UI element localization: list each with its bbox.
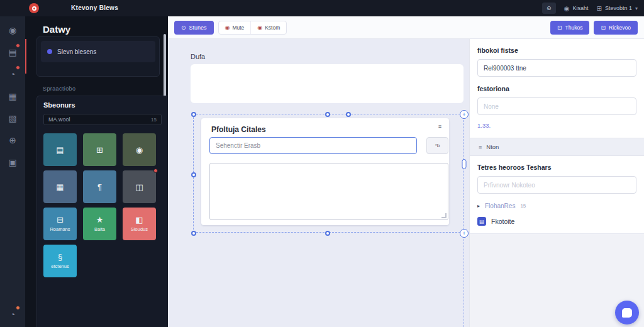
elements-panel-title: Sbeonurs — [43, 101, 162, 109]
button-label: Thukos — [565, 25, 583, 31]
choices-field[interactable] — [477, 176, 636, 194]
element-tile[interactable]: ⊟Roamans — [43, 208, 77, 240]
page-header-box[interactable] — [191, 64, 464, 103]
inspector-row-2[interactable]: ▤ Fkotoite — [477, 217, 636, 226]
tab-group: ◉ Mute ◉ Kstom — [218, 21, 287, 35]
resize-grip-icon[interactable] — [441, 213, 447, 218]
rail-item-2[interactable]: ◔ — [0, 67, 25, 82]
inspector-panel: fibokoi fistse festoriona 1.33. ≡ Nton T… — [469, 39, 644, 327]
rail-item-5[interactable]: ⊕ — [0, 133, 25, 148]
settings-icon: ▣ — [8, 157, 16, 167]
tab-label: Stunes — [189, 25, 207, 31]
question-menu-icon[interactable]: ≡ — [438, 123, 441, 130]
element-tile[interactable]: ◫ — [123, 170, 156, 203]
resize-handle-mid-left[interactable] — [191, 172, 196, 177]
sidebar-title: Datwy — [43, 24, 70, 35]
resize-handle-bottom-center[interactable] — [325, 231, 330, 236]
element-tile[interactable]: §etctenus — [43, 245, 77, 277]
publish-button[interactable]: ⊡ Rickevoo — [594, 21, 638, 35]
team-menu[interactable]: ⊞ Stevobtn 1 ▾ — [597, 5, 638, 12]
element-tile[interactable]: ▤ — [43, 133, 77, 166]
question-title: Pfoltuja Citales — [211, 125, 266, 134]
apps-grid-button[interactable]: ⊙ — [542, 3, 556, 14]
inspector-toggle-row[interactable]: ≡ Nton — [470, 138, 644, 156]
more-options-link[interactable]: 1.33. — [477, 122, 491, 129]
notification-dot — [16, 65, 20, 70]
activity-icon: ◔ — [10, 69, 15, 79]
sidebar-scrollbar[interactable] — [164, 34, 166, 104]
tile-icon: ▤ — [56, 146, 64, 154]
question-answer-area[interactable] — [209, 163, 448, 220]
tab-icon: ◉ — [257, 25, 262, 31]
rail-item-4[interactable]: ▧ — [0, 111, 25, 126]
element-tile-grid: ▤ ⊞ ◉ ▦ ¶ ◫ ⊟Roamans ★Baita ◧Sloudus §et… — [43, 133, 162, 277]
button-icon: ⊡ — [601, 25, 606, 31]
name-field[interactable] — [477, 59, 636, 77]
elements-panel: Sbeonurs 15 ▤ ⊞ ◉ ▦ ¶ ◫ ⊟Roamans ★Baita … — [36, 96, 168, 327]
toggle-label: Nton — [486, 143, 499, 150]
field-label: festoriona — [477, 85, 636, 92]
caret-icon: ▸ — [477, 203, 480, 209]
element-tile[interactable]: ▦ — [43, 170, 77, 203]
section-label: Tetres heoroos Teshars — [477, 164, 636, 171]
question-card[interactable]: Pfoltuja Citales ≡ *b — [201, 118, 449, 225]
tile-icon: ◫ — [135, 183, 143, 191]
page-list: Slevn blesens — [36, 36, 160, 77]
home-icon: ◉ — [9, 25, 16, 35]
tab-icon: ⊙ — [181, 25, 186, 31]
team-icon: ⊞ — [597, 5, 602, 12]
chat-icon — [622, 308, 632, 318]
left-sidebar: Datwy Slevn blesens Spraactiobo Sbeonurs… — [25, 16, 168, 327]
resize-handle-top-left[interactable] — [191, 112, 196, 117]
design-canvas[interactable]: Dufa + + Pfoltuja Citales ≡ *b — [168, 39, 469, 327]
element-tile[interactable]: ◉ — [123, 133, 156, 166]
tile-label: Roamans — [50, 226, 70, 232]
row-badge: 15 — [520, 203, 526, 209]
app-logo-icon[interactable] — [29, 3, 39, 13]
element-tile[interactable]: ¶ — [83, 170, 116, 203]
resize-handle-bottom-left[interactable] — [191, 231, 196, 236]
app-screen: Ktevony Blews ⊙ ◉ Kisaht ⊞ Stevobtn 1 ▾ … — [0, 0, 644, 327]
tab-options[interactable]: ◉ Kstom — [250, 21, 286, 34]
preview-button[interactable]: ⊡ Thukos — [550, 21, 589, 35]
tab-preview[interactable]: ◉ Mute — [219, 21, 251, 34]
element-tile[interactable]: ⊞ — [83, 133, 116, 166]
button-label: Rickevoo — [609, 25, 631, 31]
tile-icon: ▦ — [56, 183, 64, 191]
tab-designer[interactable]: ⊙ Stunes — [174, 21, 214, 35]
blue-square-icon: ▤ — [477, 217, 486, 226]
status-dot-icon — [47, 49, 52, 54]
icon-rail: ◉ ▤ ◔ ▦ ▧ ⊕ ▣ ◔ — [0, 16, 25, 327]
resize-handle-top-center[interactable] — [325, 112, 330, 117]
inspector-row-1[interactable]: ▸ FlohanRes 15 — [477, 202, 636, 209]
tile-icon: § — [58, 253, 62, 261]
resize-handle-top-center-2[interactable] — [346, 112, 351, 117]
element-tile[interactable]: ◧Sloudus — [123, 208, 156, 240]
alignment-guide — [464, 233, 464, 327]
move-handle-bottom-right[interactable]: + — [460, 229, 469, 238]
drag-handle-mid-right[interactable] — [462, 159, 467, 169]
elements-search[interactable]: 15 — [43, 114, 162, 125]
rail-item-3[interactable]: ▦ — [0, 89, 25, 104]
element-tile[interactable]: ★Baita — [83, 208, 116, 240]
rail-item-help[interactable]: ◔ — [0, 307, 25, 322]
destination-field[interactable] — [477, 97, 636, 115]
rail-item-6[interactable]: ▣ — [0, 155, 25, 170]
layers-icon: ▧ — [8, 113, 16, 123]
top-bar: Ktevony Blews ⊙ ◉ Kisaht ⊞ Stevobtn 1 ▾ — [0, 0, 644, 16]
tile-label: Baita — [94, 226, 105, 232]
notification-dot — [153, 169, 158, 173]
tile-icon: ◉ — [136, 146, 143, 154]
question-settings-button[interactable]: *b — [426, 137, 448, 154]
search-input[interactable] — [48, 116, 151, 123]
rail-item-1[interactable]: ▤ — [0, 45, 25, 60]
tile-icon: ⊟ — [57, 216, 64, 224]
chat-widget-button[interactable] — [615, 301, 639, 324]
page-list-item-selected[interactable]: Slevn blesens — [41, 41, 155, 62]
rail-item-home[interactable]: ◉ — [0, 23, 25, 38]
question-title-input[interactable] — [209, 137, 417, 154]
move-handle-top-right[interactable]: + — [460, 110, 469, 119]
page-label: Dufa — [191, 53, 205, 60]
grid-icon: ⊙ — [547, 5, 552, 11]
user-menu[interactable]: ◉ Kisaht — [564, 5, 589, 12]
